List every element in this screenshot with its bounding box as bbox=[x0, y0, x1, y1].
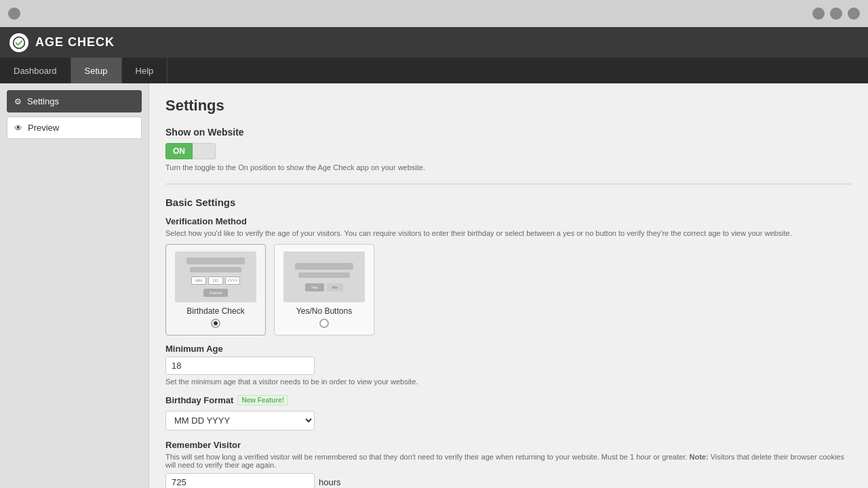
birthdate-check-name: Birthdate Check bbox=[186, 306, 244, 316]
nav-bar: Dashboard Setup Help bbox=[0, 58, 868, 83]
basic-settings-title: Basic Settings bbox=[165, 197, 852, 208]
show-website-label: Show on Website bbox=[165, 127, 852, 138]
minimum-age-group: Minimum Age Set the minimum age that a v… bbox=[165, 344, 852, 386]
preview-icon: 👁 bbox=[14, 123, 22, 133]
sidebar-item-settings[interactable]: ⚙ Settings bbox=[7, 90, 142, 113]
brand-title: AGE CHECK bbox=[35, 35, 115, 49]
minimum-age-label: Minimum Age bbox=[165, 344, 852, 354]
preview-yes-btn: Yes bbox=[305, 283, 324, 291]
remember-visitor-input[interactable] bbox=[165, 473, 315, 488]
birthday-format-label: Birthday Format bbox=[165, 395, 233, 405]
preview-buttons: Yes No bbox=[305, 283, 343, 291]
birthdate-check-card[interactable]: MM DD YYYY Submit Birthdate Check bbox=[165, 244, 266, 336]
preview-submit: Submit bbox=[203, 289, 228, 297]
show-on-website-section: Show on Website ON Turn the toggle to th… bbox=[165, 127, 852, 171]
preview-mm: MM bbox=[191, 277, 206, 285]
nav-setup[interactable]: Setup bbox=[71, 58, 122, 83]
brand-bar: AGE CHECK bbox=[0, 27, 868, 58]
nav-dashboard[interactable]: Dashboard bbox=[0, 58, 71, 83]
remember-visitor-group: Remember Visitor This will set how long … bbox=[165, 440, 852, 488]
yes-no-card[interactable]: Yes No Yes/No Buttons bbox=[274, 244, 374, 336]
yes-no-radio[interactable] bbox=[319, 319, 329, 328]
sidebar-preview-label: Preview bbox=[28, 123, 59, 133]
toggle-on-button[interactable]: ON bbox=[165, 143, 193, 159]
verification-cards: MM DD YYYY Submit Birthdate Check bbox=[165, 244, 852, 336]
preview-dd: DD bbox=[208, 277, 223, 285]
remember-visitor-desc: This will set how long a verified visito… bbox=[165, 453, 852, 469]
remember-visitor-label: Remember Visitor bbox=[165, 440, 852, 450]
preview-no-btn: No bbox=[327, 283, 343, 291]
show-website-help: Turn the toggle to the On position to sh… bbox=[165, 163, 852, 171]
minimum-age-input[interactable] bbox=[165, 357, 315, 375]
new-feature-badge: New Feature! bbox=[237, 395, 288, 405]
page-title: Settings bbox=[165, 97, 852, 115]
top-bar-circle-sm-2 bbox=[830, 7, 842, 20]
settings-icon: ⚙ bbox=[14, 97, 22, 106]
toggle-container: ON bbox=[165, 143, 852, 159]
hours-label: hours bbox=[319, 477, 341, 487]
sidebar: ⚙ Settings 👁 Preview bbox=[0, 83, 149, 488]
birthday-format-select-wrap: MM DD YYYY DD MM YYYY YYYY MM DD bbox=[165, 411, 852, 430]
verification-method-group: Verification Method Select how you'd lik… bbox=[165, 216, 852, 336]
top-bar bbox=[0, 0, 868, 27]
main-layout: ⚙ Settings 👁 Preview Settings Show on We… bbox=[0, 83, 868, 488]
top-bar-right bbox=[812, 7, 860, 20]
yes-no-name: Yes/No Buttons bbox=[296, 306, 352, 316]
divider-1 bbox=[165, 184, 852, 184]
top-bar-circle-sm-3 bbox=[848, 7, 860, 20]
remember-visitor-note-label: Note: bbox=[690, 453, 709, 461]
yes-no-preview: Yes No bbox=[283, 251, 365, 302]
basic-settings-section: Basic Settings Verification Method Selec… bbox=[165, 197, 852, 488]
preview-bar-subtitle bbox=[190, 267, 241, 272]
birthday-format-select[interactable]: MM DD YYYY DD MM YYYY YYYY MM DD bbox=[165, 411, 315, 430]
content-area: Settings Show on Website ON Turn the tog… bbox=[149, 83, 868, 488]
preview-bar-subtitle-2 bbox=[298, 272, 350, 278]
birthdate-check-preview: MM DD YYYY Submit bbox=[175, 251, 256, 302]
verification-method-label: Verification Method bbox=[165, 216, 852, 226]
birthday-format-group: Birthday Format New Feature! MM DD YYYY … bbox=[165, 395, 852, 430]
birthdate-check-radio[interactable] bbox=[211, 319, 220, 328]
top-bar-circle-sm-1 bbox=[812, 7, 825, 20]
brand-logo-icon bbox=[9, 33, 28, 52]
birthday-format-label-row: Birthday Format New Feature! bbox=[165, 395, 288, 405]
remember-visitor-row: hours bbox=[165, 473, 852, 488]
nav-help[interactable]: Help bbox=[122, 58, 168, 83]
minimum-age-help: Set the minimum age that a visitor needs… bbox=[165, 378, 852, 386]
sidebar-item-preview[interactable]: 👁 Preview bbox=[7, 117, 142, 139]
verification-method-desc: Select how you'd like to verify the age … bbox=[165, 229, 852, 237]
svg-point-0 bbox=[14, 37, 25, 48]
checkmark-icon bbox=[12, 36, 26, 49]
toggle-off-button[interactable] bbox=[193, 143, 216, 159]
top-bar-left bbox=[8, 7, 20, 20]
sidebar-settings-label: Settings bbox=[27, 96, 59, 106]
preview-fields: MM DD YYYY bbox=[191, 277, 240, 285]
preview-yyyy: YYYY bbox=[225, 277, 240, 285]
preview-bar-title-2 bbox=[295, 263, 353, 270]
top-bar-circle bbox=[8, 7, 20, 20]
preview-bar-title bbox=[186, 258, 245, 264]
